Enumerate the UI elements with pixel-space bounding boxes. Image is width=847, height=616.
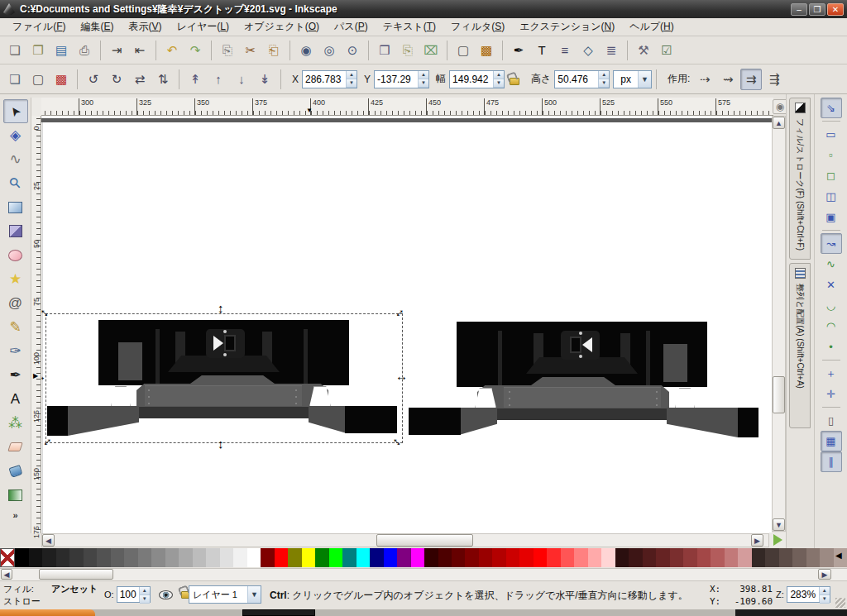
text-tool-button[interactable]: A: [3, 387, 28, 411]
zoom-input[interactable]: [787, 587, 819, 602]
rivet-plate[interactable]: [504, 387, 661, 408]
scale-handle-n[interactable]: [218, 303, 224, 314]
menu-s[interactable]: フィルタ(S): [443, 17, 512, 36]
minimize-button[interactable]: –: [791, 3, 807, 16]
tweak-tool-button[interactable]: ∿: [3, 147, 28, 171]
spray-tool-button[interactable]: ⁂: [3, 411, 28, 435]
pencil-tool-button[interactable]: ✎: [3, 315, 28, 339]
zoom-page-button[interactable]: ⊙: [342, 40, 363, 61]
y-spinner[interactable]: ▲▼: [418, 71, 428, 88]
palette-scroll-left[interactable]: ◀: [1, 569, 12, 580]
preferences-button[interactable]: ⚒: [633, 40, 654, 61]
swatch-8f3a3a[interactable]: [683, 548, 696, 567]
cab-post-left[interactable]: [646, 331, 650, 386]
lower-beam[interactable]: [497, 408, 667, 420]
unit-dropdown-arrow[interactable]: ▼: [638, 71, 651, 88]
lower-to-bottom-button[interactable]: ↡: [254, 69, 275, 90]
swatch-660000[interactable]: [452, 548, 465, 567]
box3d-tool-button[interactable]: [3, 219, 28, 243]
swatch-ff8080[interactable]: [574, 548, 587, 567]
swatch-383838[interactable]: [69, 548, 83, 567]
snap-bbox-edges-button[interactable]: ▫: [821, 145, 842, 165]
color-managed-display-button[interactable]: [769, 532, 786, 547]
zoom-selection-button[interactable]: ◉: [295, 40, 317, 61]
snap-bbox-corners-button[interactable]: ◻: [821, 165, 842, 186]
snap-rotation-centers-button[interactable]: ✛: [821, 384, 842, 404]
swatch-454545[interactable]: [84, 548, 97, 567]
swatch-ffffff[interactable]: [247, 548, 261, 567]
tab-align-distribute[interactable]: 整列と配置(A) (Shift+Ctrl+A): [789, 263, 811, 428]
swatch-000080[interactable]: [370, 548, 383, 567]
zoom-spinner[interactable]: ▲▼: [819, 587, 830, 602]
swatch-800000[interactable]: [465, 548, 478, 567]
swatch-4d0000[interactable]: [438, 548, 452, 567]
menu-t[interactable]: テキスト(T): [376, 17, 443, 36]
selector-tool-button[interactable]: ➤: [3, 99, 28, 123]
palette-scrollbar[interactable]: [0, 568, 847, 580]
swatch-525252[interactable]: [97, 548, 110, 567]
side-pillar[interactable]: [663, 344, 687, 382]
snap-bbox-centers-button[interactable]: ▣: [821, 207, 842, 227]
scale-handle-nw[interactable]: [41, 306, 52, 318]
scroll-right-arrow[interactable]: ▶: [751, 534, 763, 547]
snap-intersections-button[interactable]: ✕: [821, 275, 842, 295]
swatch-ff00ff[interactable]: [411, 548, 424, 567]
snap-cusp-nodes-button[interactable]: ◡: [821, 295, 842, 316]
swatch-b30000[interactable]: [492, 548, 505, 567]
swatch-d49c9c[interactable]: [738, 548, 751, 567]
affect-move-patterns-button[interactable]: ⇶: [763, 69, 785, 90]
swatch-7a2e2e[interactable]: [670, 548, 683, 567]
palette-scroll-right[interactable]: ▶: [818, 569, 831, 580]
swatch-ff2a2a[interactable]: [547, 548, 560, 567]
swatch-bcbcbc[interactable]: [193, 548, 206, 567]
taskbar-app-button[interactable]: [242, 609, 315, 616]
snap-toggle-button[interactable]: ⇘: [821, 98, 842, 118]
swatch-ababab[interactable]: [179, 548, 192, 567]
scale-handle-sw[interactable]: [41, 435, 52, 446]
restore-button[interactable]: ❐: [809, 3, 825, 16]
swatch-2b2b2b[interactable]: [56, 548, 69, 567]
menu-o[interactable]: オブジェクト(O): [237, 17, 327, 36]
opacity-input[interactable]: [117, 587, 139, 602]
end-box-left[interactable]: [738, 408, 758, 437]
scale-handle-e[interactable]: [395, 370, 408, 382]
xml-editor-button[interactable]: ◇: [577, 40, 599, 61]
zoom-drawing-button[interactable]: ◎: [318, 40, 340, 61]
eraser-tool-button[interactable]: [3, 435, 28, 459]
palette-scroll-thumb[interactable]: [39, 569, 113, 580]
menu-l[interactable]: レイヤー(L): [170, 17, 237, 36]
swatch-ff5555[interactable]: [561, 548, 574, 567]
calligraphy-tool-button[interactable]: ✒: [3, 363, 28, 387]
swatch-5f5f5f[interactable]: [111, 548, 124, 567]
swatch-a34747[interactable]: [697, 548, 711, 567]
snap-guides-button[interactable]: ∥: [821, 451, 842, 472]
snap-object-centers-button[interactable]: ＋: [821, 363, 842, 384]
fill-stroke-dialog-button[interactable]: ✒: [508, 40, 529, 61]
star-tool-button[interactable]: ★: [3, 267, 28, 291]
swatch-330000[interactable]: [424, 548, 438, 567]
swatch-e0e0e0[interactable]: [220, 548, 233, 567]
menu-p[interactable]: パス(P): [327, 17, 376, 36]
swatch-000000[interactable]: [15, 548, 28, 567]
canvas[interactable]: [41, 116, 772, 533]
swatch-f1f1f1[interactable]: [233, 548, 246, 567]
export-button[interactable]: ⇤: [129, 40, 151, 61]
menu-e[interactable]: 編集(E): [73, 17, 121, 36]
end-wedge-left[interactable]: [667, 408, 738, 437]
text-dialog-button[interactable]: T: [531, 40, 553, 61]
unlink-clone-button[interactable]: ⌧: [420, 40, 442, 61]
swatch-00ff00[interactable]: [329, 548, 342, 567]
swatch-9a9a9a[interactable]: [165, 548, 179, 567]
select-all-layers-button[interactable]: ▩: [50, 69, 72, 90]
scale-handle-ne[interactable]: [392, 306, 404, 318]
duplicate-button[interactable]: ❒: [374, 40, 395, 61]
cab-yoke-beam[interactable]: [526, 357, 638, 374]
layer-dropdown-arrow[interactable]: ▼: [247, 586, 261, 603]
lock-ratio-icon[interactable]: [510, 78, 519, 85]
x-input[interactable]: [303, 71, 346, 88]
opacity-spinner[interactable]: ▲▼: [139, 587, 150, 602]
swatch-662323[interactable]: [656, 548, 669, 567]
undo-button[interactable]: ↶: [161, 40, 183, 61]
paste-button[interactable]: ⎗: [263, 40, 285, 61]
height-spinner[interactable]: ▲▼: [598, 71, 609, 88]
